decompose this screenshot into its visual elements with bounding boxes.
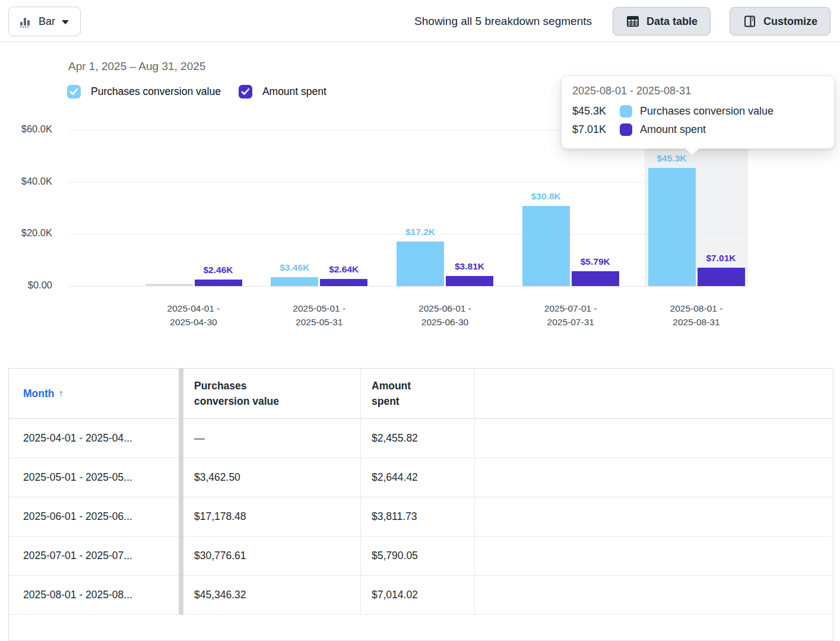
- tooltip-series-label: Amount spent: [640, 123, 823, 136]
- pinned-column-divider: [179, 458, 183, 497]
- cell-month: 2025-07-01 - 2025-07...: [9, 537, 179, 576]
- bar-value-label: $2.64K: [308, 264, 379, 275]
- column-header-amount-spent[interactable]: Amount spent: [361, 369, 475, 419]
- pinned-column-divider: [179, 419, 183, 458]
- bar-value-label: $17.2K: [385, 227, 456, 237]
- x-axis-tick-label: 2025-05-01 - 2025-05-31: [256, 302, 382, 329]
- tooltip-swatch-wrap: [620, 123, 640, 136]
- y-axis-tick-label: $20.0K: [0, 227, 52, 239]
- cell-purchases-conversion-value: $45,346.32: [183, 576, 361, 615]
- ads-chart-page: Bar Showing all 5 breakdown segments Dat…: [0, 0, 840, 641]
- legend-label: Amount spent: [262, 85, 327, 98]
- sort-ascending-icon: ↑: [58, 386, 63, 401]
- pinned-column-divider[interactable]: [179, 369, 183, 419]
- legend-label: Purchases conversion value: [91, 85, 221, 98]
- column-header-empty: [475, 369, 833, 419]
- cell-empty: [475, 419, 833, 458]
- cell-empty: [475, 537, 833, 576]
- x-axis-tick-label: 2025-08-01 - 2025-08-31: [633, 302, 759, 329]
- pinned-column-divider: [179, 576, 183, 615]
- cell-amount-spent: $3,811.73: [361, 497, 475, 537]
- cell-amount-spent: $2,455.82: [361, 419, 475, 458]
- month-header-label: Month: [23, 386, 54, 401]
- bar-purchases-conversion-value[interactable]: [522, 206, 570, 286]
- legend-checkbox: [239, 85, 252, 99]
- legend-item-purchases-conversion-value[interactable]: Purchases conversion value: [67, 85, 221, 99]
- x-axis-tick-label: 2025-04-01 - 2025-04-30: [131, 302, 256, 329]
- bar-value-label: $5.79K: [560, 256, 631, 267]
- tooltip-value: $45.3K: [572, 105, 620, 118]
- table-header-row: Month↑Purchases conversion valueAmount s…: [9, 369, 833, 419]
- cell-purchases-conversion-value: $17,178.48: [183, 497, 361, 537]
- tooltip-swatch-wrap: [620, 105, 640, 118]
- bar-purchases-conversion-value[interactable]: [648, 168, 696, 286]
- chart-legend: Purchases conversion valueAmount spent: [67, 85, 327, 99]
- table-row: 2025-04-01 - 2025-04...—$2,455.82: [9, 419, 833, 458]
- chart-tooltip: 2025-08-01 - 2025-08-31 $45.3KPurchases …: [561, 75, 835, 149]
- x-axis-tick-label: 2025-06-01 - 2025-06-30: [382, 302, 508, 329]
- bar-value-label: $45.3K: [636, 153, 708, 164]
- bar-chart: Apr 1, 2025 – Aug 31, 2025 Purchases con…: [0, 0, 840, 368]
- cell-purchases-conversion-value: $3,462.50: [183, 458, 361, 497]
- cell-purchases-conversion-value: $30,776.61: [183, 537, 361, 576]
- amount-spent-header-label: Amount spent: [372, 378, 428, 409]
- legend-item-amount-spent[interactable]: Amount spent: [239, 85, 327, 99]
- bar-purchases-conversion-value[interactable]: [271, 277, 318, 286]
- bar-value-label: $3.81K: [434, 261, 505, 272]
- tooltip-rows: $45.3KPurchases conversion value$7.01KAm…: [572, 102, 823, 139]
- bar-value-label: $2.46K: [183, 265, 254, 275]
- series-color-swatch: [620, 123, 632, 136]
- table-row: 2025-08-01 - 2025-08...$45,346.32$7,014.…: [9, 576, 833, 615]
- cell-amount-spent: $7,014.02: [361, 576, 475, 615]
- bar-value-label: $30.8K: [511, 191, 582, 202]
- bar-amount-spent[interactable]: [195, 280, 242, 286]
- y-axis-tick-label: $0.00: [0, 280, 52, 291]
- tooltip-value: $7.01K: [572, 123, 620, 136]
- x-axis-tick-label: 2025-07-01 - 2025-07-31: [508, 302, 633, 329]
- series-color-swatch: [620, 105, 632, 118]
- purchases-conversion-value-header-label: Purchases conversion value: [194, 378, 298, 409]
- cell-purchases-conversion-value: —: [183, 419, 361, 458]
- cell-amount-spent: $5,790.05: [361, 537, 475, 576]
- gridline: [68, 182, 746, 183]
- table-row: 2025-05-01 - 2025-05...$3,462.50$2,644.4…: [9, 458, 833, 497]
- cell-empty: [475, 576, 833, 615]
- tooltip-row: $7.01KAmount spent: [572, 120, 823, 139]
- column-header-month[interactable]: Month↑: [9, 369, 179, 419]
- gridline: [68, 286, 746, 287]
- cell-month: 2025-08-01 - 2025-08...: [9, 576, 179, 615]
- legend-checkbox: [67, 85, 81, 99]
- bar-amount-spent[interactable]: [446, 276, 493, 286]
- cell-amount-spent: $2,644.42: [361, 458, 475, 497]
- cell-month: 2025-04-01 - 2025-04...: [9, 419, 179, 458]
- bar-amount-spent[interactable]: [572, 271, 619, 286]
- cell-month: 2025-05-01 - 2025-05...: [9, 458, 179, 497]
- cell-empty: [475, 497, 833, 537]
- tooltip-series-label: Purchases conversion value: [640, 105, 823, 118]
- y-axis-tick-label: $60.0K: [0, 123, 52, 135]
- chart-date-range: Apr 1, 2025 – Aug 31, 2025: [68, 60, 205, 73]
- bar-value-label: $7.01K: [686, 253, 757, 264]
- cell-month: 2025-06-01 - 2025-06...: [9, 497, 179, 537]
- breakdown-data-table: Month↑Purchases conversion valueAmount s…: [8, 368, 833, 641]
- table-row: 2025-07-01 - 2025-07...$30,776.61$5,790.…: [9, 537, 833, 576]
- tooltip-date-range: 2025-08-01 - 2025-08-31: [572, 85, 823, 97]
- pinned-column-divider: [179, 537, 183, 576]
- column-header-purchases-conversion-value[interactable]: Purchases conversion value: [183, 369, 361, 419]
- cell-empty: [475, 458, 833, 497]
- bar-amount-spent[interactable]: [320, 279, 367, 286]
- tooltip-row: $45.3KPurchases conversion value: [572, 102, 823, 120]
- bar-no-data-marker: [145, 284, 193, 285]
- pinned-column-divider: [179, 497, 183, 537]
- table-row: 2025-06-01 - 2025-06...$17,178.48$3,811.…: [9, 497, 833, 537]
- bar-amount-spent[interactable]: [698, 268, 745, 286]
- y-axis-tick-label: $40.0K: [0, 176, 52, 187]
